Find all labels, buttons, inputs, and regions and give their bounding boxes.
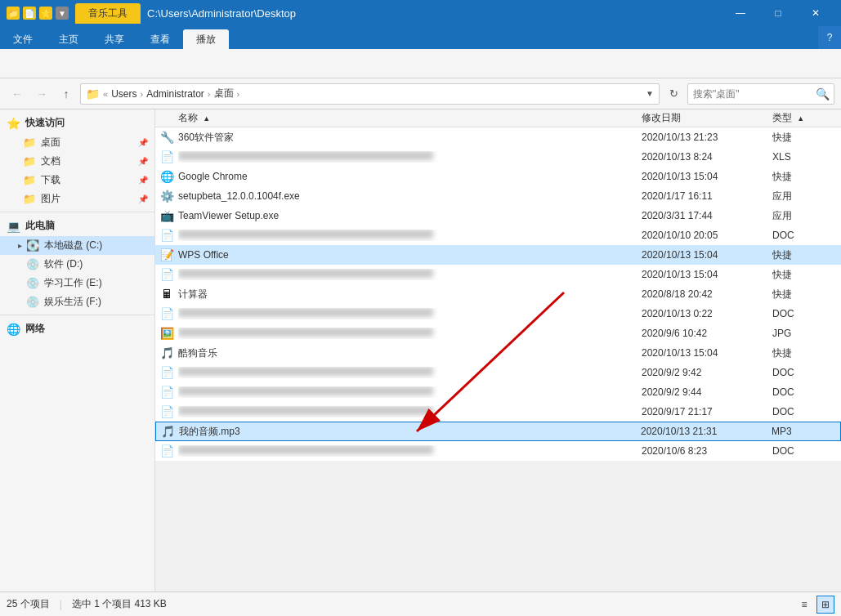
table-row[interactable]: 📄2020/9/17 21:17DOC	[155, 402, 841, 422]
table-row[interactable]: 📄2020/10/10 20:05DOC	[155, 225, 841, 245]
file-name	[178, 269, 642, 280]
item-count: 25 个项目	[7, 597, 50, 611]
sidebar-item-docs[interactable]: 📁 文档 📌	[0, 152, 154, 171]
forward-button[interactable]: →	[31, 83, 52, 105]
sidebar-item-downloads[interactable]: 📁 下载 📌	[0, 171, 154, 190]
file-date: 2020/9/2 9:42	[642, 367, 772, 378]
file-name: 计算器	[178, 288, 642, 301]
file-type: XLS	[772, 151, 838, 163]
details-view-button[interactable]: ≡	[795, 596, 813, 614]
table-row[interactable]: 📄2020/10/13 8:24XLS	[155, 147, 841, 167]
file-list-wrapper: 名称 ▲ 修改日期 类型 ▲ 🔧360软件管家2020/10/13 21:23快…	[155, 109, 841, 591]
table-row[interactable]: 🌐Google Chrome2020/10/13 15:04快捷	[155, 167, 841, 186]
breadcrumb-admin: Administrator	[146, 88, 204, 100]
file-type: 应用	[772, 209, 838, 223]
this-pc-header[interactable]: 💻 此电脑	[0, 216, 154, 236]
file-icon: 🖼️	[159, 325, 175, 341]
file-name: Google Chrome	[178, 171, 642, 182]
tab-share[interactable]: 共享	[92, 29, 137, 49]
breadcrumb[interactable]: 📁 « Users › Administrator › 桌面 › ▼	[80, 83, 660, 105]
file-icon: 🔧	[159, 129, 175, 145]
list-view-button[interactable]: ⊞	[816, 596, 834, 614]
table-row[interactable]: 🎵我的音频.mp32020/10/13 21:31MP3	[155, 422, 841, 441]
sidebar-docs-label: 文档	[41, 154, 60, 168]
sidebar-drive-e[interactable]: 💿 学习工作 (E:)	[0, 274, 154, 292]
pictures-pin-icon: 📌	[138, 194, 148, 203]
maximize-button[interactable]: □	[759, 0, 797, 26]
address-bar: ← → ↑ 📁 « Users › Administrator › 桌面 › ▼…	[0, 78, 841, 109]
col-name-header[interactable]: 名称 ▲	[159, 111, 642, 125]
table-row[interactable]: 🎵酷狗音乐2020/10/13 15:04快捷	[155, 343, 841, 363]
close-button[interactable]: ✕	[797, 0, 834, 26]
file-icon: 📝	[159, 247, 175, 263]
docs-folder-icon: 📁	[23, 155, 36, 167]
status-bar: 25 个项目 | 选中 1 个项目 413 KB ≡ ⊞	[0, 591, 841, 616]
table-row[interactable]: 🔧360软件管家2020/10/13 21:23快捷	[155, 127, 841, 147]
table-row[interactable]: 📄2020/9/2 9:42DOC	[155, 363, 841, 382]
file-name: 我的音频.mp3	[179, 425, 641, 439]
sidebar-drive-d[interactable]: 💿 软件 (D:)	[0, 255, 154, 274]
col-date-header[interactable]: 修改日期	[642, 111, 772, 125]
tab-play[interactable]: 播放	[183, 29, 229, 49]
sidebar: ⭐ 快速访问 📁 桌面 📌 📁 文档 📌 📁 下载 📌 📁 图片	[0, 109, 155, 591]
file-date: 2020/1/17 16:11	[642, 190, 772, 202]
sidebar-item-pictures[interactable]: 📁 图片 📌	[0, 190, 154, 208]
table-row[interactable]: 📝WPS Office2020/10/13 15:04快捷	[155, 245, 841, 265]
breadcrumb-dropdown-icon[interactable]: ▼	[646, 89, 654, 98]
file-icon: 📄	[159, 266, 175, 283]
table-row[interactable]: ⚙️setupbeta_12.0.0.1004f.exe2020/1/17 16…	[155, 186, 841, 206]
back-button[interactable]: ←	[7, 83, 28, 105]
drive-c-label: 本地磁盘 (C:)	[44, 239, 102, 252]
table-row[interactable]: 📄2020/10/13 0:22DOC	[155, 304, 841, 324]
table-row[interactable]: 🖼️2020/9/6 10:42JPG	[155, 324, 841, 343]
table-row[interactable]: 🖩计算器2020/8/18 20:42快捷	[155, 284, 841, 304]
table-row[interactable]: 📄2020/9/2 9:44DOC	[155, 382, 841, 402]
file-date: 2020/10/13 21:23	[642, 132, 772, 143]
file-date: 2020/10/13 15:04	[642, 171, 772, 182]
tab-home[interactable]: 主页	[46, 29, 92, 49]
file-type: 快捷	[772, 346, 838, 360]
minimize-button[interactable]: —	[722, 0, 759, 26]
status-divider: |	[60, 599, 62, 610]
file-name	[178, 367, 642, 378]
table-row[interactable]: 📺TeamViewer Setup.exe2020/3/31 17:44应用	[155, 206, 841, 225]
tab-view[interactable]: 查看	[137, 29, 183, 49]
type-sort-icon: ▲	[797, 114, 804, 123]
file-icon: 📄	[159, 443, 175, 459]
table-row[interactable]: 📄2020/10/13 15:04快捷	[155, 265, 841, 284]
file-type: DOC	[772, 386, 838, 398]
file-date: 2020/10/13 15:04	[642, 269, 772, 280]
file-type: JPG	[772, 328, 838, 339]
file-name: WPS Office	[178, 249, 642, 261]
table-row[interactable]: 📄2020/10/6 8:23DOC	[155, 441, 841, 461]
up-button[interactable]: ↑	[56, 83, 77, 105]
computer-icon: 💻	[7, 220, 20, 233]
tb-icon-1: 📁	[7, 7, 20, 20]
file-icon: 📄	[159, 364, 175, 381]
sidebar-item-desktop[interactable]: 📁 桌面 📌	[0, 133, 154, 152]
sidebar-drive-c[interactable]: ▸ 💽 本地磁盘 (C:)	[0, 236, 154, 255]
breadcrumb-folder-icon: 📁	[86, 87, 100, 100]
file-type: 应用	[772, 190, 838, 203]
refresh-button[interactable]: ↻	[663, 83, 684, 105]
file-list[interactable]: 🔧360软件管家2020/10/13 21:23快捷📄2020/10/13 8:…	[155, 127, 841, 461]
breadcrumb-users: Users	[111, 88, 136, 100]
file-name	[178, 386, 642, 398]
sidebar-drive-f[interactable]: 💿 娱乐生活 (F:)	[0, 292, 154, 311]
search-box[interactable]: 🔍	[687, 83, 834, 105]
file-icon: 📄	[159, 306, 175, 322]
file-icon: 📄	[159, 384, 175, 400]
file-date: 2020/10/13 15:04	[642, 347, 772, 359]
file-list-outer: 🔧360软件管家2020/10/13 21:23快捷📄2020/10/13 8:…	[155, 127, 841, 591]
network-icon: 🌐	[7, 323, 20, 336]
col-type-header[interactable]: 类型 ▲	[772, 111, 838, 125]
tab-file[interactable]: 文件	[0, 29, 46, 49]
search-input[interactable]	[693, 88, 816, 100]
quick-access-header[interactable]: ⭐ 快速访问	[0, 113, 154, 133]
file-date: 2020/8/18 20:42	[642, 288, 772, 300]
this-pc-label: 此电脑	[25, 219, 55, 233]
music-tab-label[interactable]: 音乐工具	[75, 3, 141, 24]
help-button[interactable]: ?	[818, 26, 841, 49]
network-header[interactable]: 🌐 网络	[0, 319, 154, 339]
file-type: DOC	[772, 367, 838, 378]
